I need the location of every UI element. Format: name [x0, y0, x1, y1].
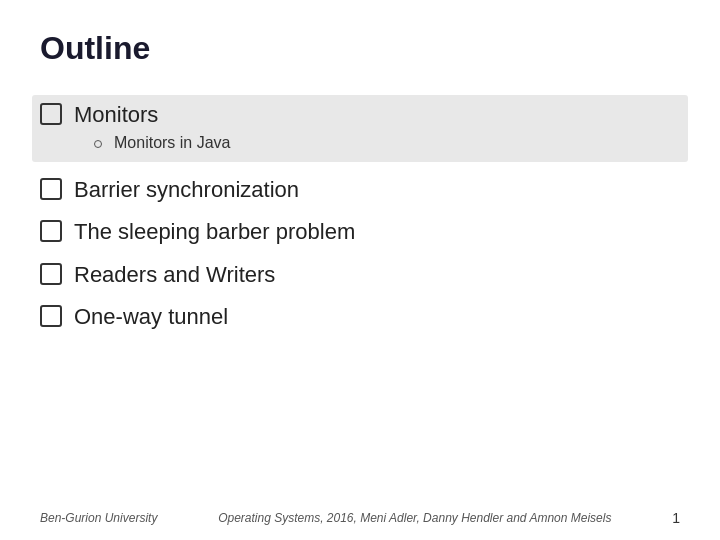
outline-item-monitors: MonitorsMonitors in Java [32, 95, 688, 162]
checkbox-icon [40, 178, 62, 200]
sub-item: Monitors in Java [94, 134, 231, 152]
item-label: Monitors [74, 102, 158, 127]
footer-credits: Operating Systems, 2016, Meni Adler, Dan… [218, 511, 611, 525]
slide: Outline MonitorsMonitors in JavaBarrier … [0, 0, 720, 540]
checkbox-icon [40, 103, 62, 125]
checkbox-icon [40, 220, 62, 242]
sub-bullet-icon [94, 140, 102, 148]
footer: Ben-Gurion University Operating Systems,… [40, 510, 680, 526]
footer-university: Ben-Gurion University [40, 511, 157, 525]
item-label: Barrier synchronization [74, 177, 299, 202]
sub-list: Monitors in Java [94, 134, 231, 152]
outline-item-readers-writers: Readers and Writers [40, 261, 680, 290]
item-label: Readers and Writers [74, 262, 275, 287]
outline-item-tunnel: One-way tunnel [40, 303, 680, 332]
footer-page-number: 1 [672, 510, 680, 526]
outline-item-barrier: Barrier synchronization [40, 176, 680, 205]
outline-list: MonitorsMonitors in JavaBarrier synchron… [40, 95, 680, 332]
sub-item-label: Monitors in Java [114, 134, 231, 152]
checkbox-icon [40, 305, 62, 327]
page-title: Outline [40, 30, 680, 67]
checkbox-icon [40, 263, 62, 285]
item-label: One-way tunnel [74, 304, 228, 329]
item-label: The sleeping barber problem [74, 219, 355, 244]
outline-item-sleeping-barber: The sleeping barber problem [40, 218, 680, 247]
